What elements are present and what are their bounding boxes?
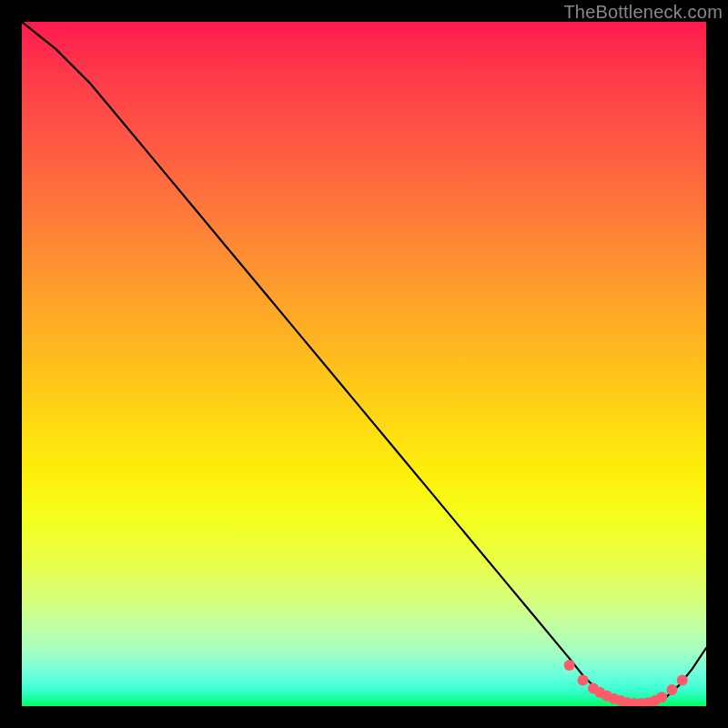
bottleneck-curve (22, 22, 706, 705)
trough-marker (677, 674, 688, 685)
trough-marker-group (564, 660, 688, 706)
watermark-text: TheBottleneck.com (563, 2, 723, 23)
trough-marker (656, 692, 667, 703)
trough-marker (666, 684, 677, 695)
trough-marker (564, 660, 575, 671)
chart-panel (22, 22, 706, 706)
trough-marker (578, 674, 589, 685)
chart-svg (22, 22, 706, 706)
